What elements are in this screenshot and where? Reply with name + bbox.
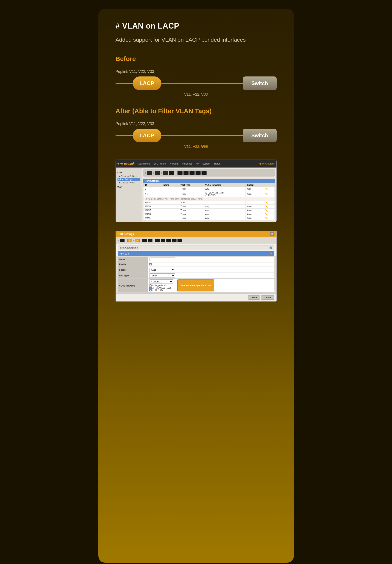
dot-3: [121, 163, 123, 165]
col-action: [264, 183, 275, 187]
dot-1: [117, 163, 119, 165]
nav-network[interactable]: Network: [168, 160, 180, 167]
before-diagram-label: Peplink V11, V22, V33: [115, 69, 277, 74]
row-wan5-vlan: Any: [204, 208, 246, 212]
cancel-button[interactable]: Cancel: [261, 295, 274, 300]
port-num-1: 1: [145, 172, 146, 174]
port-settings-table: ID Name Port Type VLAN Networks Speed 1: [143, 183, 275, 220]
name-input[interactable]: [149, 258, 175, 261]
form-fields: Name Enable Speed Auto: [116, 256, 277, 293]
speed-select[interactable]: Auto: [149, 268, 175, 272]
after-diagram: LACP Switch: [115, 129, 277, 142]
page-title: # VLAN on LACP: [115, 21, 277, 30]
after-version: V11, V22, V33: [115, 145, 277, 149]
sidebar-captive-portal[interactable]: ■ Captive Portal: [117, 181, 140, 184]
dialog-port-wan7: [177, 239, 182, 242]
table-row: WAN 5 Trunk Any Auto ✏️: [143, 208, 275, 212]
row2-edit[interactable]: ✏️: [264, 191, 275, 197]
table-row: WAN 4 Trunk Any Auto ✏️: [143, 205, 275, 208]
port-num-2: 2: [153, 172, 154, 174]
enable-checkbox[interactable]: [149, 263, 152, 265]
dialog-port-num-2: 2: [126, 239, 126, 242]
row-wan4-id: WAN 4: [143, 205, 162, 208]
col-port-type: Port Type: [179, 183, 204, 187]
dialog-port-3-chain: [135, 239, 140, 242]
dialog-port-row: 1 2 3: [116, 237, 277, 244]
row1-type: Trunk: [179, 187, 204, 191]
dialog-port-wan2: [148, 239, 153, 242]
row2-id: 2, 3: [143, 191, 162, 197]
nav-system[interactable]: System: [201, 160, 212, 167]
dialog-header: Port Settings ✕: [116, 231, 277, 237]
row-wan6-name: [162, 212, 179, 216]
peplink-navbar: peplink Dashboard SFC Protect Network Ad…: [116, 160, 277, 167]
peplink-logo: peplink: [117, 162, 135, 165]
row-wan6-speed: Auto: [246, 212, 264, 216]
vlan-select-dropdown[interactable]: Custom....: [149, 279, 173, 284]
help-icon[interactable]: ?: [270, 252, 273, 255]
vlan-ap168-checkbox[interactable]: [149, 287, 152, 289]
row-wan7-vlan: Any: [204, 216, 246, 220]
save-button[interactable]: Save: [248, 295, 260, 300]
before-lacp-node: LACP: [133, 76, 161, 90]
vlan-select-row: Custom....: [149, 279, 173, 284]
row-wan3-edit[interactable]: ✏️: [264, 201, 275, 205]
row-wan6-edit[interactable]: ✏️: [264, 212, 275, 216]
note-text: NOTE: Below Ethernet WAN Ports can be co…: [143, 197, 275, 201]
dialog-port-wan4: [161, 239, 165, 242]
row-wan3-speed: [246, 201, 264, 205]
port-block-3: [163, 171, 168, 175]
dialog-port-1: [120, 239, 125, 242]
vlan-tooltip: Able to select specific VLAN: [177, 279, 214, 291]
nav-status[interactable]: Status: [212, 160, 222, 167]
dialog-port-wan3: [155, 239, 160, 242]
row-wan7-speed: Auto: [246, 216, 264, 220]
dialog-port-2-chain: [127, 239, 132, 242]
nav-apply[interactable]: Apply Changes: [259, 162, 275, 165]
before-diagram: LACP Switch: [115, 76, 277, 90]
port-settings-header: Port Settings: [143, 179, 275, 183]
after-switch-node: Switch: [243, 129, 277, 142]
nav-advanced[interactable]: Advanced: [180, 160, 194, 167]
after-v11: V11,: [184, 145, 192, 149]
link-agg-checkbox[interactable]: [270, 247, 272, 249]
peplink-sidebar: LAN ■ Network Settings ■ Port Settings ■…: [116, 167, 141, 222]
nav-ap[interactable]: AP: [194, 160, 201, 167]
field-enable-label: Enable: [118, 262, 148, 267]
nav-sfc[interactable]: SFC Protect: [152, 160, 168, 167]
port-section-header: Port 2, 3 ?: [118, 251, 274, 256]
screenshot-panel-1: peplink Dashboard SFC Protect Network Ad…: [115, 160, 277, 222]
sidebar-wan-group: WAN: [117, 186, 140, 188]
before-line-left: [115, 83, 133, 84]
after-section: After (Able to Filter VLAN Tags) Peplink…: [115, 107, 277, 149]
dialog-close-button[interactable]: ✕: [270, 232, 274, 236]
port-block-wan4: [183, 171, 189, 175]
row-wan3-type: WAN: [179, 201, 204, 205]
peplink-dots: [117, 163, 123, 165]
row-wan4-edit[interactable]: ✏️: [264, 205, 275, 208]
row1-id: 1: [143, 187, 162, 191]
row-wan5-type: Trunk: [179, 208, 204, 212]
row-wan5-edit[interactable]: ✏️: [264, 208, 275, 212]
row1-speed: Auto: [246, 187, 264, 191]
vlan-untagged-checkbox[interactable]: [149, 284, 152, 287]
table-header-row: ID Name Port Type VLAN Networks Speed: [143, 183, 275, 187]
field-speed-row: Speed Auto: [118, 267, 274, 273]
row-wan7-edit[interactable]: ✏️: [264, 216, 275, 220]
row1-edit[interactable]: ✏️: [264, 187, 275, 191]
port-block-wan7: [201, 171, 207, 175]
before-line-right: [161, 83, 243, 84]
vlan-untagged-label: Untagged LAN: [153, 284, 167, 287]
sidebar-network-settings[interactable]: ■ Network Settings: [117, 175, 140, 178]
vlan-v197-checkbox[interactable]: [149, 289, 152, 291]
vlan-item-ap168: AP-VLAN168 (168): [149, 287, 173, 289]
row-wan5-speed: Auto: [246, 208, 264, 212]
before-switch-node: Switch: [243, 76, 277, 90]
port-block-wan6: [196, 171, 201, 175]
row1-name: [162, 187, 179, 191]
field-enable-val: [148, 262, 274, 267]
field-vlan-row: VLAN Networks Custom.... Untagged LAN: [118, 279, 274, 292]
nav-dashboard[interactable]: Dashboard: [137, 160, 152, 167]
sidebar-port-settings[interactable]: ■ Port Settings: [117, 178, 140, 181]
port-type-select[interactable]: Trunk: [149, 274, 175, 278]
